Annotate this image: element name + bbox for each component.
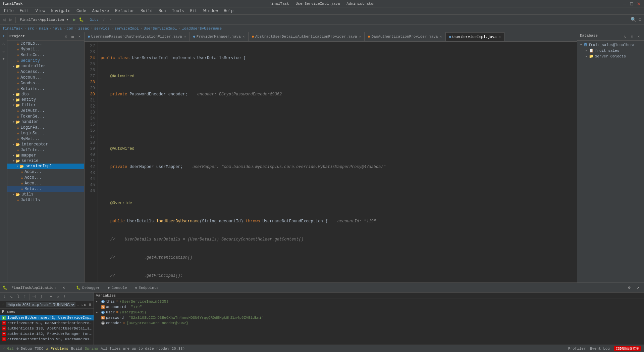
step-out-button[interactable]: ↑ <box>22 294 28 299</box>
tab-daoaprovider[interactable]: DaoAuthenticationProvider.java ✕ <box>365 32 445 41</box>
back-button[interactable]: ◁ <box>1 17 7 23</box>
sidebar-item-corslo[interactable]: ☕ CorsLo... <box>7 41 84 46</box>
tab-usernamepassword[interactable]: UsernamePasswordAuthenticationFilter.jav… <box>85 32 190 41</box>
build-status[interactable]: Build <box>71 347 82 351</box>
sidebar-item-goodss[interactable]: ☕ Goodss... <box>7 80 84 86</box>
structure-icon[interactable]: S <box>1 41 7 47</box>
spring-status[interactable]: Spring <box>85 347 98 351</box>
thread-step-into[interactable]: ↘ <box>80 302 83 307</box>
menu-git[interactable]: Git <box>187 8 200 14</box>
tab-close[interactable]: ✕ <box>184 35 186 39</box>
breadcrumb-src[interactable]: src <box>28 27 34 31</box>
menu-navigate[interactable]: Navigate <box>48 8 73 14</box>
sidebar-item-accoun[interactable]: ☕ Accoun... <box>7 75 84 80</box>
force-step-into[interactable]: ⤵ <box>15 294 21 299</box>
sidebar-item-reta[interactable]: ☕ Reta... <box>7 186 84 192</box>
tab-abstractuserdetails[interactable]: AbstractUserDetailsAuthenticationProvide… <box>249 32 365 41</box>
forward-button[interactable]: ▷ <box>8 17 13 23</box>
evaluate-expression[interactable]: ∫ <box>39 294 44 299</box>
problems-status[interactable]: ⚠ Problems <box>46 346 68 351</box>
db-sync[interactable]: ↻ <box>623 34 628 39</box>
sidebar-folder-service[interactable]: ▾ 📂 service <box>7 158 84 164</box>
menu-build[interactable]: Build <box>138 8 155 14</box>
sidebar-item-loginfa[interactable]: ☕ LoginFa... <box>7 125 84 130</box>
var-password[interactable]: S password = "$2a$10$LCIInDSEe6XhwTn4mns… <box>94 315 644 320</box>
sidebar-item-retaile[interactable]: ☕ Retaile... <box>7 86 84 92</box>
sidebar-folder-handler[interactable]: ▾ 📂 handler <box>7 119 84 125</box>
tab-close[interactable]: ✕ <box>499 35 501 39</box>
breadcrumb-com[interactable]: com <box>66 27 73 31</box>
event-log-status[interactable]: Event Log <box>590 347 610 351</box>
tab-debugger[interactable]: 🐛 Debugger <box>73 283 103 292</box>
sidebar-item-jwtauth[interactable]: ☕ JetAuth... <box>7 108 84 114</box>
menu-tools[interactable]: Tools <box>169 8 187 14</box>
sidebar-item-acco1[interactable]: ☕ Acco... <box>7 175 84 180</box>
tab-providermanager[interactable]: ProviderManager.java ✕ <box>190 32 249 41</box>
menu-help[interactable]: Help <box>221 8 236 14</box>
sidebar-folder-mapper[interactable]: ▸ 📁 mapper <box>7 153 84 158</box>
run-config[interactable]: FinalTaskApplication ▾ <box>18 17 70 22</box>
sidebar-folder-entity[interactable]: ▸ 📁 entity <box>7 97 84 102</box>
sidebar-close[interactable]: ✕ <box>77 34 82 39</box>
project-icon[interactable]: P <box>1 34 7 40</box>
close-button[interactable]: ✕ <box>637 1 641 6</box>
breadcrumb-main[interactable]: main <box>39 27 48 31</box>
sidebar-item-jwtinte[interactable]: ☕ JwtInte... <box>7 147 84 153</box>
debug-external[interactable]: ↗ <box>635 284 641 291</box>
run-to-cursor[interactable]: →| <box>32 294 37 299</box>
profiler-status[interactable]: Profiler <box>568 347 586 351</box>
thread-resume[interactable]: ▶ <box>84 302 87 307</box>
db-node-fruitsales[interactable]: ▸ 📋 fruit_sales <box>579 48 643 53</box>
menu-file[interactable]: File <box>1 8 16 14</box>
sidebar-item-tokense[interactable]: ☕ TokenSe... <box>7 114 84 119</box>
debug-settings[interactable]: ⚙ <box>626 284 633 291</box>
var-this[interactable]: ▸ C this = {UserServiceImpl@9335} <box>94 299 644 304</box>
db-settings[interactable]: ⚙ <box>629 34 635 39</box>
breadcrumb-serviceimpl[interactable]: serviceImpl <box>114 27 139 31</box>
sidebar-folder-serviceimpl[interactable]: ▾ 📂 serviceImpl <box>7 164 84 169</box>
menu-window[interactable]: Window <box>201 8 220 14</box>
settings-button[interactable]: ⚙ <box>637 17 643 23</box>
sidebar-item-jwtutils[interactable]: ☕ JwtUtils <box>7 197 84 203</box>
sidebar-folder-filter[interactable]: ▾ 📂 filter <box>7 102 84 108</box>
git-update[interactable]: ✓ <box>101 17 107 23</box>
step-into-button[interactable]: ↘ <box>9 294 14 299</box>
sidebar-folder-controller[interactable]: ▸ 📁 controller <box>7 63 84 69</box>
menu-code[interactable]: Code <box>74 8 89 14</box>
db-node-serverobjects[interactable]: ▸ 📁 Server Objects <box>579 53 643 59</box>
breadcrumb-java[interactable]: java <box>53 27 61 31</box>
menu-refactor[interactable]: Refactor <box>112 8 137 14</box>
menu-edit[interactable]: Edit <box>17 8 32 14</box>
frame-item-0[interactable]: ▶ loadUserByUsername:43, UserServiceImpl… <box>0 315 94 320</box>
breadcrumb-issac[interactable]: issac <box>78 27 89 31</box>
tab-endpoints[interactable]: ⊕ Endpoints <box>132 283 162 292</box>
tab-userserviceimpl[interactable]: UserServiceImpl.java ✕ <box>446 32 504 41</box>
frame-item-3[interactable]: ● authenticate:182, ProviderManager (org… <box>0 331 94 337</box>
tab-console[interactable]: ▶ Console <box>105 283 130 292</box>
sidebar-folder-dto[interactable]: ▸ 📁 dto <box>7 92 84 97</box>
debug-status[interactable]: ⚙ Debug <box>16 346 32 351</box>
thread-step-over[interactable]: ↓ <box>77 302 79 307</box>
tab-close[interactable]: ✕ <box>359 35 361 39</box>
sidebar-item-security[interactable]: ☕ Security <box>7 58 84 63</box>
sidebar-item-accesso[interactable]: ☕ Accesso... <box>7 69 84 75</box>
var-user[interactable]: ▸ C user = {User@10431} <box>94 310 644 315</box>
menu-view[interactable]: View <box>33 8 48 14</box>
minimize-button[interactable]: ─ <box>622 1 627 6</box>
thread-pause[interactable]: ⏸ <box>88 302 92 307</box>
tab-close[interactable]: ✕ <box>440 35 442 39</box>
mute-breakpoints[interactable]: ⊘ <box>55 294 60 299</box>
db-close[interactable]: ✕ <box>636 34 641 39</box>
breadcrumb-service[interactable]: service <box>94 27 110 31</box>
db-node-fruitsales-localhost[interactable]: ▾ 🗄 fruit_sales@localhost <box>579 42 643 48</box>
run-button[interactable]: ▶ <box>72 17 77 23</box>
menu-run[interactable]: Run <box>156 8 169 14</box>
step-over-button[interactable]: ↓ <box>2 294 7 299</box>
sidebar-folder-utils[interactable]: ▾ 📂 utils <box>7 192 84 197</box>
breadcrumb-finaltask[interactable]: finalTask <box>3 27 22 31</box>
todo-status[interactable]: TODO <box>35 347 43 351</box>
tab-close[interactable]: ✕ <box>243 35 245 39</box>
git-status[interactable]: ✓ Git <box>3 346 14 351</box>
thread-dropdown[interactable]: *http-nio-8081-e...p "main": RUNNING <box>6 302 75 307</box>
debug-run-button[interactable]: 🐛 <box>78 17 84 23</box>
